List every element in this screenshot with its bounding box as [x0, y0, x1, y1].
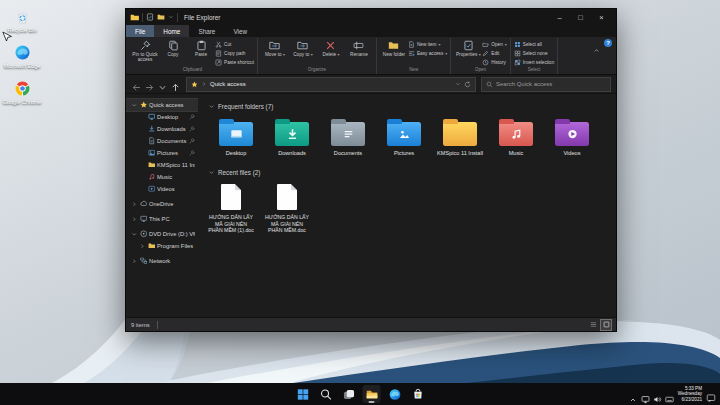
- up-button[interactable]: [170, 79, 181, 90]
- tab-home[interactable]: Home: [154, 25, 189, 37]
- chevron-right-icon: [131, 216, 138, 223]
- sidebar-item-pictures[interactable]: Pictures: [126, 147, 198, 159]
- new-folder-button[interactable]: New folder: [380, 38, 408, 67]
- collapse-section-icon[interactable]: [208, 169, 215, 176]
- taskbar-button-task-view[interactable]: [340, 385, 358, 403]
- details-view-button[interactable]: [588, 320, 598, 330]
- help-icon[interactable]: ?: [604, 39, 612, 47]
- disc-icon: [140, 230, 148, 238]
- sidebar-item-program-files[interactable]: Program Files: [126, 240, 198, 252]
- history-button[interactable]: History: [482, 59, 506, 66]
- properties-button[interactable]: Properties ▾: [454, 38, 482, 67]
- sidebar-item-desktop[interactable]: Desktop: [126, 111, 198, 123]
- address-breadcrumb[interactable]: Quick access: [186, 77, 476, 92]
- pin-icon: [189, 126, 195, 132]
- sidebar-item-kmspico-11-install[interactable]: KMSpico 11 Install: [126, 159, 198, 171]
- volume-icon[interactable]: [653, 390, 662, 399]
- copy-path-button[interactable]: Copy path: [215, 50, 254, 57]
- folder-tile-desktop[interactable]: Desktop: [208, 118, 264, 156]
- taskbar-clock[interactable]: 5:33 PM Wednesday 6/23/2021: [678, 386, 702, 402]
- titlebar[interactable]: File Explorer – □ ×: [126, 9, 616, 25]
- dropdown-caret: ▾: [311, 52, 313, 57]
- easy-access-button[interactable]: Easy access▾: [408, 50, 447, 57]
- hidden-icons-chevron[interactable]: [629, 390, 637, 398]
- tab-view[interactable]: View: [224, 25, 256, 37]
- tab-file[interactable]: File: [126, 25, 154, 37]
- rename-button[interactable]: Rename: [345, 38, 373, 67]
- paste-shortcut-button[interactable]: Paste shortcut: [215, 59, 254, 66]
- sidebar-item-documents[interactable]: Documents: [126, 135, 198, 147]
- chevron-right-icon: [131, 258, 138, 265]
- taskbar-button-start[interactable]: [294, 385, 312, 403]
- large-icons-view-button[interactable]: [601, 320, 611, 330]
- folder-name: Videos: [563, 150, 580, 156]
- folder-tile-kmspico-11-install[interactable]: KMSpico 11 Install: [432, 118, 488, 156]
- move-to-button[interactable]: Move to ▾: [261, 38, 289, 67]
- paste-button[interactable]: Paste: [187, 38, 215, 67]
- keyboard-icon[interactable]: [665, 390, 674, 399]
- sidebar-item-videos[interactable]: Videos: [126, 183, 198, 195]
- close-button[interactable]: ×: [591, 9, 612, 25]
- sidebar-item-dvd-drive-d-vmw[interactable]: DVD Drive (D:) VMw: [126, 228, 198, 240]
- recycle-bin-icon: [14, 8, 31, 25]
- sidebar-item-network[interactable]: Network: [126, 255, 198, 267]
- select-all-button[interactable]: Select all: [514, 41, 555, 48]
- delete-button[interactable]: Delete ▾: [317, 38, 345, 67]
- hidden-icons-chevron-icon: [629, 396, 637, 404]
- tab-share[interactable]: Share: [189, 25, 224, 37]
- titlebar-separator: [142, 13, 143, 22]
- doc-file-icon: [221, 184, 241, 210]
- back-button[interactable]: [131, 79, 142, 90]
- lines-glyph-icon: [341, 127, 356, 142]
- recent-locations-button[interactable]: [157, 79, 168, 90]
- ribbon-group-select: Select allSelect noneInvert selectionSel…: [511, 38, 559, 74]
- quick-access-toolbar[interactable]: [146, 13, 174, 21]
- maximize-button[interactable]: □: [570, 9, 591, 25]
- recent-file-tile[interactable]: HƯỚNG DẪN LẤY MÃ GIẢI NÉN PHẦN MỀM (1).d…: [208, 184, 254, 233]
- folder-tile-pictures[interactable]: Pictures: [376, 118, 432, 156]
- minimize-button[interactable]: –: [549, 9, 570, 25]
- taskbar-button-search[interactable]: [317, 385, 335, 403]
- edit-button[interactable]: Edit: [482, 50, 506, 57]
- new-item-button[interactable]: New item▾: [408, 41, 447, 48]
- sidebar-item-downloads[interactable]: Downloads: [126, 123, 198, 135]
- copy-to-button[interactable]: Copy to ▾: [289, 38, 317, 67]
- taskbar-button-microsoft-store[interactable]: [409, 385, 427, 403]
- folder-icon: [148, 161, 156, 169]
- desktop-icon-recycle-bin[interactable]: Recycle Bin: [1, 8, 43, 33]
- address-dropdown-icon[interactable]: [455, 81, 461, 87]
- frequent-folders-header[interactable]: Frequent folders (7): [208, 103, 616, 110]
- collapse-section-icon[interactable]: [208, 103, 215, 110]
- open-button[interactable]: Open▾: [482, 41, 506, 48]
- folder-icon: [443, 122, 477, 146]
- search-input[interactable]: Search Quick access: [481, 77, 611, 92]
- recent-files-header[interactable]: Recent files (2): [208, 169, 616, 176]
- clock-day: Wednesday: [678, 391, 702, 396]
- refresh-icon[interactable]: [464, 81, 471, 88]
- sidebar-item-music[interactable]: Music: [126, 171, 198, 183]
- search-icon: [319, 388, 332, 401]
- cut-button[interactable]: Cut: [215, 41, 254, 48]
- pin-to-quick-access-button[interactable]: Pin to Quick access: [131, 38, 159, 67]
- taskbar-button-file-explorer[interactable]: [363, 385, 381, 403]
- select-none-button[interactable]: Select none: [514, 50, 555, 57]
- network-icon[interactable]: [641, 390, 650, 399]
- sidebar-item-quick-access[interactable]: Quick access: [126, 99, 198, 111]
- cloud-icon: [140, 200, 148, 208]
- folder-tile-music[interactable]: Music: [488, 118, 544, 156]
- sidebar-item-this-pc[interactable]: This PC: [126, 213, 198, 225]
- forward-button[interactable]: [144, 79, 155, 90]
- sidebar-item-onedrive[interactable]: OneDrive: [126, 198, 198, 210]
- desktop-icon-google-chrome[interactable]: Google Chrome: [1, 80, 43, 105]
- folder-tile-downloads[interactable]: Downloads: [264, 118, 320, 156]
- recent-file-tile[interactable]: HƯỚNG DẪN LẤY MÃ GIẢI NÉN PHẦN MỀM.doc: [264, 184, 310, 233]
- folder-tile-documents[interactable]: Documents: [320, 118, 376, 156]
- folder-tile-videos[interactable]: Videos: [544, 118, 600, 156]
- minimize-ribbon-button[interactable]: [593, 40, 600, 47]
- invert-selection-button[interactable]: Invert selection: [514, 59, 555, 66]
- quick-access-star-icon: [191, 81, 198, 88]
- copy-button[interactable]: Copy: [159, 38, 187, 67]
- desktop-icon-microsoft-edge[interactable]: Microsoft Edge: [1, 44, 43, 69]
- notifications-icon[interactable]: [706, 389, 716, 399]
- taskbar-button-edge[interactable]: [386, 385, 404, 403]
